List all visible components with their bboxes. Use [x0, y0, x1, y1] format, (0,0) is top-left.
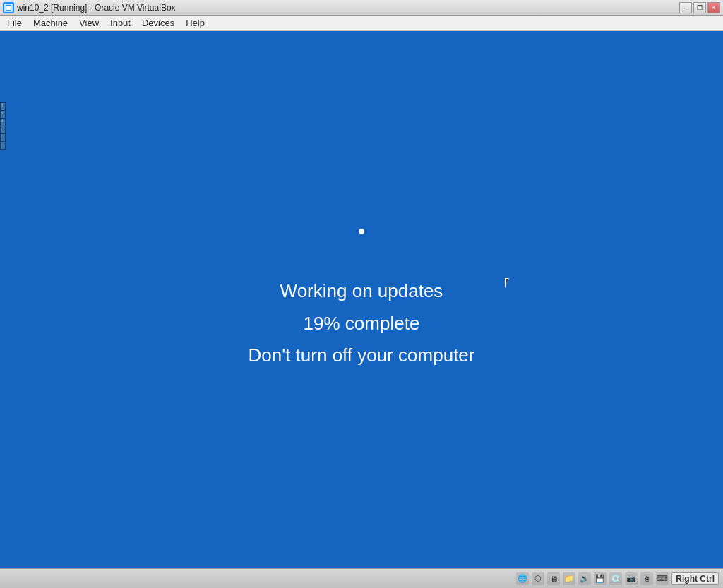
- title-bar: win10_2 [Running] - Oracle VM VirtualBox…: [0, 0, 723, 16]
- artifact-line: 8: [1, 103, 5, 110]
- menu-devices[interactable]: Devices: [136, 16, 180, 30]
- update-warning: Don't turn off your computer: [249, 341, 475, 371]
- network-icon[interactable]: 🌐: [516, 572, 529, 585]
- artifact-line: t: [1, 126, 5, 133]
- optical-icon[interactable]: 💿: [609, 572, 622, 585]
- menu-machine[interactable]: Machine: [28, 16, 73, 30]
- sound-icon[interactable]: 🔊: [578, 572, 591, 585]
- window-title: win10_2 [Running] - Oracle VM VirtualBox: [17, 3, 176, 13]
- menu-help[interactable]: Help: [180, 16, 210, 30]
- artifact-line: /: [1, 134, 5, 141]
- spinner-dot: [359, 229, 364, 234]
- keyboard-icon[interactable]: ⌨: [656, 572, 669, 585]
- hdd-icon[interactable]: 💾: [594, 572, 607, 585]
- minimize-button[interactable]: –: [679, 2, 692, 13]
- close-button[interactable]: ✕: [707, 2, 720, 13]
- display-icon[interactable]: 🖥: [547, 572, 560, 585]
- update-text-block: Working on updates 19% complete Don't tu…: [249, 277, 475, 371]
- title-bar-left: win10_2 [Running] - Oracle VM VirtualBox: [3, 2, 176, 13]
- vm-screen[interactable]: 8 p d t / i Working on updates 19% compl…: [0, 31, 723, 568]
- virtualbox-icon: [3, 2, 14, 13]
- menu-file[interactable]: File: [1, 16, 28, 30]
- menu-bar: File Machine View Input Devices Help: [0, 16, 723, 31]
- mouse-integration-icon[interactable]: 🖱: [640, 572, 653, 585]
- restore-button[interactable]: ❐: [693, 2, 706, 13]
- left-artifact: 8 p d t / i: [0, 102, 6, 150]
- right-ctrl-label: Right Ctrl: [671, 572, 719, 585]
- snapshot-icon[interactable]: 📷: [625, 572, 638, 585]
- svg-rect-1: [6, 6, 11, 10]
- menu-input[interactable]: Input: [104, 16, 136, 30]
- update-title: Working on updates: [249, 277, 475, 306]
- artifact-line: i: [1, 142, 5, 149]
- update-progress: 19% complete: [249, 309, 475, 339]
- artifact-line: p: [1, 111, 5, 118]
- status-bar: 🌐 ⬡ 🖥 📁 🔊 💾 💿 📷 🖱 ⌨ Right Ctrl: [0, 568, 723, 588]
- usb-icon[interactable]: ⬡: [532, 572, 544, 585]
- title-bar-controls: – ❐ ✕: [679, 2, 720, 13]
- artifact-line: d: [1, 119, 5, 126]
- shared-folders-icon[interactable]: 📁: [563, 572, 575, 585]
- mouse-cursor: [505, 278, 513, 291]
- menu-view[interactable]: View: [73, 16, 104, 30]
